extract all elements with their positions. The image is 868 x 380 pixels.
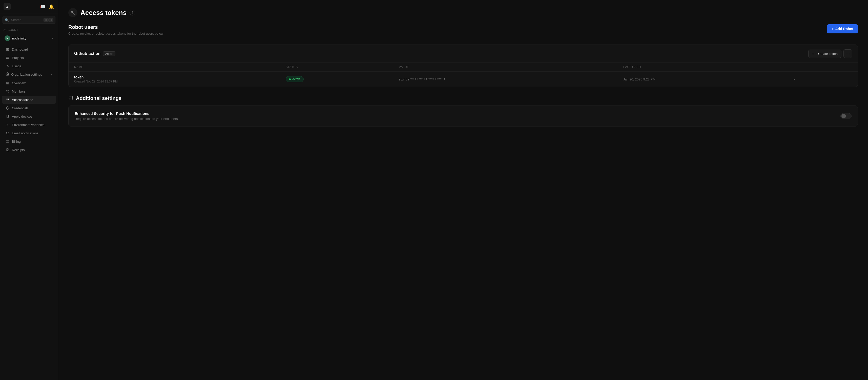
notifications-icon-button[interactable]: 🔔 — [48, 4, 54, 10]
token-created: Created Nov 29, 2024 12:37 PM — [74, 80, 275, 83]
card-title-row: Github-action Admin — [74, 51, 115, 56]
chevron-down-icon: ▾ — [52, 37, 53, 40]
add-robot-label: Add Robot — [835, 27, 853, 31]
main-content: Access tokens ? Robot users Create, revo… — [58, 0, 868, 380]
projects-icon — [6, 56, 10, 60]
col-last-used: Last used — [618, 63, 785, 72]
org-selector[interactable]: N nodefinity ▾ — [2, 33, 56, 43]
robot-users-heading: Robot users — [68, 24, 163, 30]
search-container: 🔍 ⌘ K — [3, 16, 55, 24]
table-header-row: Name Status Value Last used — [69, 63, 858, 72]
sidebar-item-label: Access tokens — [12, 98, 33, 102]
sidebar-item-email-notifications[interactable]: Email notifications — [2, 129, 56, 137]
token-last-used-cell: Jan 20, 2025 9:23 PM — [618, 72, 785, 87]
create-token-button[interactable]: + + Create Token — [808, 50, 841, 58]
k-key: K — [49, 18, 53, 22]
sidebar-item-label: Email notifications — [12, 131, 38, 135]
usage-icon — [6, 64, 10, 68]
sidebar-item-environment-variables[interactable]: {x} Environment variables — [2, 121, 56, 129]
search-icon: 🔍 — [5, 18, 9, 22]
status-label: Active — [292, 77, 301, 81]
search-shortcut: ⌘ K — [43, 18, 53, 22]
token-value-cell: sincr**************** — [393, 72, 618, 87]
expo-logo: ▲ — [4, 3, 11, 10]
sidebar-item-apple-devices[interactable]: Apple devices — [2, 112, 56, 120]
col-actions — [785, 63, 858, 72]
robot-users-sub: Create, revoke, or delete access tokens … — [68, 32, 163, 35]
dashboard-icon: ⊞ — [6, 47, 10, 51]
sidebar-item-credentials[interactable]: Credentials — [2, 104, 56, 112]
sidebar-item-dashboard[interactable]: ⊞ Dashboard — [2, 45, 56, 53]
access-tokens-icon — [6, 98, 10, 102]
ellipsis-icon: ⋯ — [845, 51, 850, 56]
svg-rect-5 — [6, 140, 9, 142]
org-settings-section-header[interactable]: Organization settings ▾ — [2, 70, 56, 79]
status-badge: Active — [286, 76, 304, 82]
sidebar-item-label: Receipts — [12, 148, 25, 152]
col-value: Value — [393, 63, 618, 72]
sidebar-item-label: Overview — [12, 81, 26, 85]
token-value: sincr**************** — [399, 77, 446, 81]
additional-settings-section: Additional settings Enhanced Security fo… — [68, 95, 858, 126]
token-row-actions-cell: ⋯ — [785, 72, 858, 87]
sidebar-header-icons: 📖 🔔 — [40, 4, 54, 10]
enhanced-security-toggle[interactable] — [840, 113, 851, 119]
enhanced-security-text: Enhanced Security for Push Notifications… — [75, 111, 179, 121]
sidebar-item-label: Usage — [12, 64, 22, 68]
sidebar-header: ▲ 📖 🔔 — [0, 0, 58, 13]
token-status-cell: Active — [280, 72, 393, 87]
card-actions: + + Create Token ⋯ — [808, 49, 852, 58]
sidebar-item-projects[interactable]: Projects — [2, 54, 56, 62]
card-more-button[interactable]: ⋯ — [843, 49, 852, 58]
sidebar-item-label: Billing — [12, 140, 21, 144]
plus-icon: + — [832, 27, 834, 31]
token-last-used: Jan 20, 2025 9:23 PM — [623, 77, 655, 81]
card-header: Github-action Admin + + Create Token ⋯ — [69, 45, 858, 63]
create-token-label: + Create Token — [815, 52, 838, 56]
org-settings-icon — [6, 72, 9, 77]
org-left: N nodefinity — [5, 35, 26, 41]
overview-icon: ⊞ — [6, 81, 10, 85]
additional-heading-row: Additional settings — [68, 95, 858, 101]
sidebar-item-access-tokens[interactable]: Access tokens — [2, 96, 56, 104]
token-name: token — [74, 75, 275, 79]
sidebar-nav: ⊞ Dashboard Projects Usage — [0, 44, 58, 380]
svg-point-1 — [7, 90, 8, 91]
add-robot-button[interactable]: + Add Robot — [827, 24, 858, 33]
robot-users-text: Robot users Create, revoke, or delete ac… — [68, 24, 163, 40]
page-title-row: Access tokens ? — [68, 8, 858, 17]
cmd-key: ⌘ — [43, 18, 49, 22]
page-title-icon — [68, 8, 78, 17]
credentials-icon — [6, 106, 10, 110]
robot-user-card: Github-action Admin + + Create Token ⋯ N… — [68, 44, 858, 87]
row-more-button[interactable]: ⋯ — [791, 76, 798, 83]
sidebar-item-overview[interactable]: ⊞ Overview — [2, 79, 56, 87]
robot-user-name: Github-action — [74, 51, 100, 56]
col-status: Status — [280, 63, 393, 72]
sidebar: ▲ 📖 🔔 🔍 ⌘ K Account N nodefinity ▾ ⊞ Das — [0, 0, 58, 380]
org-settings-label: Organization settings — [11, 73, 42, 76]
receipts-icon — [6, 148, 10, 152]
book-icon: 📖 — [40, 4, 45, 9]
sidebar-item-receipts[interactable]: Receipts — [2, 146, 56, 154]
plus-icon: + — [812, 52, 814, 56]
toggle-knob — [841, 114, 846, 118]
sidebar-item-label: Apple devices — [12, 115, 32, 118]
help-icon[interactable]: ? — [130, 10, 135, 15]
docs-icon-button[interactable]: 📖 — [40, 4, 46, 10]
status-dot — [289, 78, 291, 80]
env-vars-icon: {x} — [6, 123, 10, 127]
sidebar-item-billing[interactable]: Billing — [2, 137, 56, 146]
enhanced-security-desc: Require access tokens before delivering … — [75, 117, 179, 121]
sidebar-item-members[interactable]: Members — [2, 87, 56, 95]
sidebar-item-usage[interactable]: Usage — [2, 62, 56, 70]
logo-area: ▲ — [4, 3, 11, 10]
sidebar-item-label: Projects — [12, 56, 24, 60]
settings-sliders-icon — [68, 95, 73, 101]
sidebar-item-label: Dashboard — [12, 48, 28, 51]
enhanced-security-card: Enhanced Security for Push Notifications… — [68, 105, 858, 126]
chevron-down-icon: ▾ — [51, 73, 52, 76]
account-section-label: Account — [0, 26, 58, 32]
org-avatar: N — [5, 35, 10, 41]
svg-line-10 — [73, 12, 75, 14]
